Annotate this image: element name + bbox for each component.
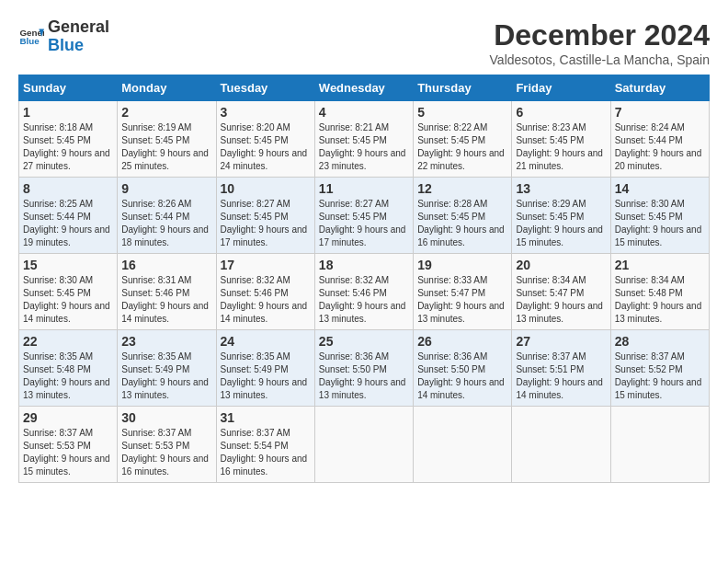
calendar-cell: 6Sunrise: 8:23 AM Sunset: 5:45 PM Daylig…	[512, 101, 610, 178]
day-number: 14	[615, 181, 705, 196]
day-info: Sunrise: 8:25 AM Sunset: 5:44 PM Dayligh…	[23, 198, 113, 249]
calendar-cell: 15Sunrise: 8:30 AM Sunset: 5:45 PM Dayli…	[19, 254, 118, 330]
calendar-cell	[610, 407, 709, 483]
day-number: 1	[23, 105, 113, 120]
calendar-week-row: 8Sunrise: 8:25 AM Sunset: 5:44 PM Daylig…	[19, 178, 710, 254]
calendar-week-row: 1Sunrise: 8:18 AM Sunset: 5:45 PM Daylig…	[19, 101, 710, 178]
day-number: 2	[121, 105, 211, 120]
day-info: Sunrise: 8:29 AM Sunset: 5:45 PM Dayligh…	[516, 198, 606, 249]
day-info: Sunrise: 8:35 AM Sunset: 5:49 PM Dayligh…	[221, 350, 311, 402]
day-info: Sunrise: 8:37 AM Sunset: 5:53 PM Dayligh…	[23, 427, 113, 478]
day-number: 21	[615, 258, 705, 272]
day-number: 7	[615, 105, 705, 120]
calendar-cell	[512, 407, 610, 483]
calendar-cell: 21Sunrise: 8:34 AM Sunset: 5:48 PM Dayli…	[610, 254, 709, 330]
calendar-cell: 8Sunrise: 8:25 AM Sunset: 5:44 PM Daylig…	[19, 178, 118, 254]
calendar-cell: 24Sunrise: 8:35 AM Sunset: 5:49 PM Dayli…	[216, 330, 314, 407]
day-number: 6	[516, 105, 606, 120]
day-info: Sunrise: 8:35 AM Sunset: 5:49 PM Dayligh…	[121, 350, 211, 402]
day-info: Sunrise: 8:36 AM Sunset: 5:50 PM Dayligh…	[319, 350, 409, 402]
day-number: 16	[121, 258, 211, 272]
day-info: Sunrise: 8:37 AM Sunset: 5:52 PM Dayligh…	[615, 350, 705, 402]
day-info: Sunrise: 8:32 AM Sunset: 5:46 PM Dayligh…	[221, 274, 311, 326]
day-info: Sunrise: 8:35 AM Sunset: 5:48 PM Dayligh…	[23, 350, 113, 402]
day-info: Sunrise: 8:30 AM Sunset: 5:45 PM Dayligh…	[615, 198, 705, 249]
day-info: Sunrise: 8:18 AM Sunset: 5:45 PM Dayligh…	[23, 121, 113, 173]
calendar-header: SundayMondayTuesdayWednesdayThursdayFrid…	[19, 75, 710, 101]
day-number: 17	[221, 258, 311, 272]
calendar-cell: 1Sunrise: 8:18 AM Sunset: 5:45 PM Daylig…	[19, 101, 118, 178]
day-info: Sunrise: 8:26 AM Sunset: 5:44 PM Dayligh…	[121, 198, 211, 249]
day-info: Sunrise: 8:34 AM Sunset: 5:48 PM Dayligh…	[615, 274, 705, 326]
day-number: 30	[121, 410, 211, 425]
day-info: Sunrise: 8:24 AM Sunset: 5:44 PM Dayligh…	[615, 121, 705, 173]
calendar-cell: 22Sunrise: 8:35 AM Sunset: 5:48 PM Dayli…	[19, 330, 118, 407]
calendar-cell: 20Sunrise: 8:34 AM Sunset: 5:47 PM Dayli…	[512, 254, 610, 330]
header-row: SundayMondayTuesdayWednesdayThursdayFrid…	[19, 75, 710, 101]
weekday-header: Sunday	[19, 75, 118, 101]
calendar-cell: 13Sunrise: 8:29 AM Sunset: 5:45 PM Dayli…	[512, 178, 610, 254]
calendar-week-row: 22Sunrise: 8:35 AM Sunset: 5:48 PM Dayli…	[19, 330, 710, 407]
location-title: Valdesotos, Castille-La Mancha, Spain	[490, 52, 710, 67]
day-number: 12	[417, 181, 507, 196]
day-number: 9	[121, 181, 211, 196]
svg-text:Blue: Blue	[19, 36, 40, 46]
calendar-cell: 30Sunrise: 8:37 AM Sunset: 5:53 PM Dayli…	[118, 407, 216, 483]
day-number: 15	[23, 258, 113, 272]
day-number: 29	[23, 410, 113, 425]
calendar-cell: 10Sunrise: 8:27 AM Sunset: 5:45 PM Dayli…	[216, 178, 314, 254]
month-title: December 2024	[490, 18, 710, 52]
calendar-cell: 12Sunrise: 8:28 AM Sunset: 5:45 PM Dayli…	[414, 178, 512, 254]
calendar-cell: 17Sunrise: 8:32 AM Sunset: 5:46 PM Dayli…	[216, 254, 314, 330]
day-number: 22	[23, 334, 113, 349]
calendar-cell: 11Sunrise: 8:27 AM Sunset: 5:45 PM Dayli…	[314, 178, 413, 254]
logo-line1: General	[48, 18, 109, 37]
page-header: General Blue General Blue December 2024 …	[18, 18, 710, 67]
weekday-header: Thursday	[414, 75, 512, 101]
day-info: Sunrise: 8:37 AM Sunset: 5:51 PM Dayligh…	[516, 350, 606, 402]
day-info: Sunrise: 8:37 AM Sunset: 5:53 PM Dayligh…	[121, 427, 211, 478]
calendar-cell: 7Sunrise: 8:24 AM Sunset: 5:44 PM Daylig…	[610, 101, 709, 178]
calendar-cell: 25Sunrise: 8:36 AM Sunset: 5:50 PM Dayli…	[314, 330, 413, 407]
day-number: 5	[417, 105, 507, 120]
calendar-cell	[314, 407, 413, 483]
calendar-cell: 16Sunrise: 8:31 AM Sunset: 5:46 PM Dayli…	[118, 254, 216, 330]
calendar-cell: 3Sunrise: 8:20 AM Sunset: 5:45 PM Daylig…	[216, 101, 314, 178]
day-number: 28	[615, 334, 705, 349]
calendar-cell	[414, 407, 512, 483]
day-info: Sunrise: 8:28 AM Sunset: 5:45 PM Dayligh…	[417, 198, 507, 249]
day-info: Sunrise: 8:27 AM Sunset: 5:45 PM Dayligh…	[221, 198, 311, 249]
logo: General Blue General Blue	[18, 18, 109, 55]
calendar-body: 1Sunrise: 8:18 AM Sunset: 5:45 PM Daylig…	[19, 101, 710, 483]
day-info: Sunrise: 8:37 AM Sunset: 5:54 PM Dayligh…	[221, 427, 311, 478]
day-number: 4	[319, 105, 409, 120]
day-number: 3	[221, 105, 311, 120]
day-info: Sunrise: 8:21 AM Sunset: 5:45 PM Dayligh…	[319, 121, 409, 173]
day-info: Sunrise: 8:30 AM Sunset: 5:45 PM Dayligh…	[23, 274, 113, 326]
calendar-cell: 23Sunrise: 8:35 AM Sunset: 5:49 PM Dayli…	[118, 330, 216, 407]
day-number: 24	[221, 334, 311, 349]
calendar-cell: 18Sunrise: 8:32 AM Sunset: 5:46 PM Dayli…	[314, 254, 413, 330]
day-info: Sunrise: 8:32 AM Sunset: 5:46 PM Dayligh…	[319, 274, 409, 326]
weekday-header: Friday	[512, 75, 610, 101]
day-info: Sunrise: 8:31 AM Sunset: 5:46 PM Dayligh…	[121, 274, 211, 326]
day-number: 20	[516, 258, 606, 272]
day-number: 19	[417, 258, 507, 272]
calendar-cell: 31Sunrise: 8:37 AM Sunset: 5:54 PM Dayli…	[216, 407, 314, 483]
calendar-table: SundayMondayTuesdayWednesdayThursdayFrid…	[18, 75, 710, 483]
calendar-cell: 5Sunrise: 8:22 AM Sunset: 5:45 PM Daylig…	[414, 101, 512, 178]
day-number: 27	[516, 334, 606, 349]
weekday-header: Tuesday	[216, 75, 314, 101]
day-number: 26	[417, 334, 507, 349]
day-number: 8	[23, 181, 113, 196]
title-block: December 2024 Valdesotos, Castille-La Ma…	[490, 18, 710, 67]
day-info: Sunrise: 8:23 AM Sunset: 5:45 PM Dayligh…	[516, 121, 606, 173]
calendar-cell: 14Sunrise: 8:30 AM Sunset: 5:45 PM Dayli…	[610, 178, 709, 254]
calendar-cell: 29Sunrise: 8:37 AM Sunset: 5:53 PM Dayli…	[19, 407, 118, 483]
day-info: Sunrise: 8:22 AM Sunset: 5:45 PM Dayligh…	[417, 121, 507, 173]
day-number: 10	[221, 181, 311, 196]
day-info: Sunrise: 8:34 AM Sunset: 5:47 PM Dayligh…	[516, 274, 606, 326]
calendar-week-row: 15Sunrise: 8:30 AM Sunset: 5:45 PM Dayli…	[19, 254, 710, 330]
day-number: 25	[319, 334, 409, 349]
logo-icon: General Blue	[18, 24, 44, 50]
